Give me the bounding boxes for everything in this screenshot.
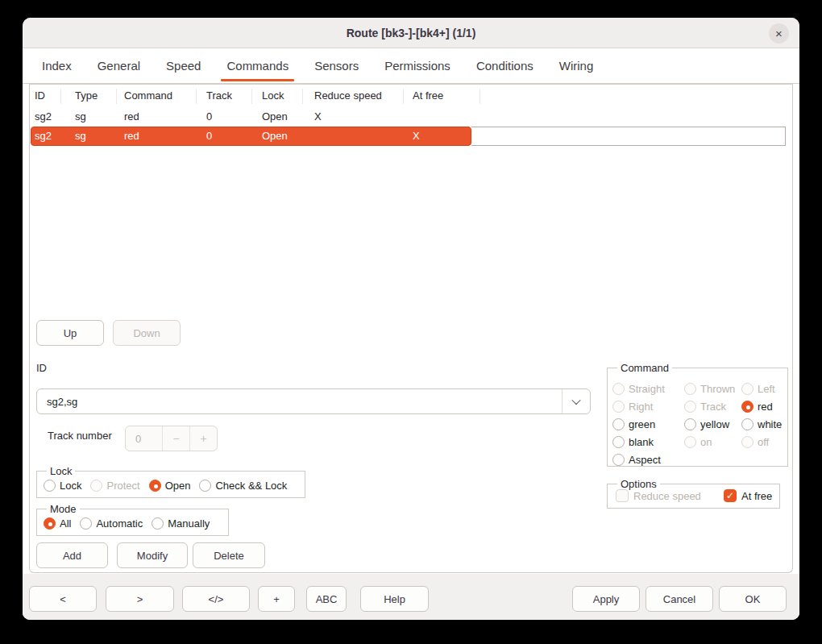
checkbox-reduce-speed-icon [616,489,629,502]
radio-label-blank: blank [629,436,654,448]
radio-label-track: Track [700,401,726,413]
selected-row-highlight [31,127,471,146]
tab-permissions[interactable]: Permissions [379,48,456,83]
tab-sensors[interactable]: Sensors [309,48,364,83]
back-button-label: < [60,593,66,605]
radio-check-lock-icon [199,480,211,492]
plus-button[interactable]: + [258,586,295,612]
header-separator [251,89,252,104]
delete-button-label: Delete [214,550,244,562]
options-row: Reduce speed✓At free [608,484,779,508]
checkbox-label-at-free: At free [741,490,772,502]
abc-button[interactable]: ABC [306,586,347,612]
cell-track: 0 [206,130,212,142]
tab-commands[interactable]: Commands [221,48,294,83]
column-header-at-free: At free [413,89,443,102]
radio-option-manually[interactable]: Manually [152,517,210,530]
radio-label-off: off [758,436,769,448]
checkbox-option-at-free[interactable]: ✓At free [724,489,772,502]
radio-label-yellow: yellow [700,418,729,430]
radio-open-icon [149,480,161,492]
table-row[interactable]: sg2sgred0OpenX [30,108,785,127]
commands-panel: IDTypeCommandTrackLockReduce speedAt fre… [29,84,793,573]
radio-on-icon [684,436,696,448]
column-header-id: ID [35,89,45,102]
radio-option-red[interactable]: red [741,397,786,415]
radio-all-icon [44,517,56,530]
radio-option-aspect[interactable]: Aspect [612,451,684,468]
radio-yellow-icon [684,418,696,430]
apply-button[interactable]: Apply [572,586,640,612]
radio-option-white[interactable]: white [741,415,786,433]
tab-general[interactable]: General [92,48,146,83]
code-button[interactable]: </> [182,586,250,612]
cell-reduce-speed: X [314,110,322,123]
radio-option-automatic[interactable]: Automatic [80,517,143,530]
radio-option-yellow[interactable]: yellow [684,415,741,433]
cell-lock: Open [262,130,288,142]
help-button[interactable]: Help [360,586,429,612]
radio-option-check-lock[interactable]: Check && Lock [199,480,287,492]
track-number-value: 0 [126,433,162,445]
ok-button[interactable]: OK [719,586,787,612]
up-button[interactable]: Up [36,320,104,346]
id-combobox-dropdown-button[interactable] [563,398,590,405]
radio-lock-icon [44,480,56,492]
radio-option-all[interactable]: All [44,517,71,530]
header-separator [480,89,480,104]
modify-button[interactable]: Modify [117,542,188,568]
track-number-label: Track number [48,430,112,442]
checkbox-label-reduce-speed: Reduce speed [633,490,701,502]
radio-option-lock[interactable]: Lock [44,480,81,492]
delete-button[interactable]: Delete [193,542,265,568]
tab-page-commands: IDTypeCommandTrackLockReduce speedAt fre… [23,84,799,574]
radio-straight-icon [612,383,625,395]
radio-option-protect: Protect [90,480,139,492]
radio-option-green[interactable]: green [612,415,684,433]
command-fieldset: Command StraightThrownLeftRightTrackredg… [607,368,788,467]
radio-option-off: off [741,433,786,451]
help-button-label: Help [384,593,405,605]
title-bar[interactable]: Route [bk3-]-[bk4+] (1/1) × [23,18,799,48]
down-button-label: Down [133,327,160,339]
radio-label-green: green [629,418,655,430]
mode-options-row: AllAutomaticManually [44,509,225,535]
radio-label-red: red [758,401,773,413]
tab-conditions[interactable]: Conditions [471,48,539,83]
tab-bar: IndexGeneralSpeedCommandsSensorsPermissi… [23,48,799,84]
tab-wiring[interactable]: Wiring [554,48,600,83]
radio-right-icon [612,401,625,413]
cell-type: sg [75,110,86,123]
cell-id: sg2 [35,110,52,123]
back-button[interactable]: < [29,586,97,612]
cancel-button[interactable]: Cancel [646,586,713,612]
radio-label-thrown: Thrown [700,383,735,395]
table-row-selected[interactable]: sg2sgred0OpenX [30,127,785,145]
header-separator [403,89,404,104]
radio-label-automatic: Automatic [96,517,143,530]
add-button[interactable]: Add [36,542,108,568]
radio-blank-icon [612,436,625,448]
radio-label-check-lock: Check && Lock [215,480,287,492]
close-icon: × [775,27,783,39]
radio-label-aspect: Aspect [629,454,661,466]
cell-id: sg2 [35,130,52,142]
tab-index[interactable]: Index [36,48,77,83]
radio-option-blank[interactable]: blank [612,433,684,451]
header-separator [116,89,117,104]
modify-button-label: Modify [137,550,168,562]
cell-lock: Open [262,110,288,123]
radio-option-open[interactable]: Open [149,480,191,492]
route-dialog-window: Route [bk3-]-[bk4+] (1/1) × IndexGeneral… [23,18,799,620]
id-combobox[interactable]: sg2,sg [36,388,591,414]
cell-type: sg [75,130,86,142]
close-button[interactable]: × [769,23,789,44]
column-header-type: Type [75,89,98,102]
forward-button[interactable]: > [106,586,174,612]
plus-button-label: + [273,593,280,605]
header-separator [302,89,303,104]
radio-label-protect: Protect [106,480,139,492]
tab-speed[interactable]: Speed [160,48,206,83]
header-separator [196,89,197,104]
track-number-spinner: 0 − + [125,426,218,451]
